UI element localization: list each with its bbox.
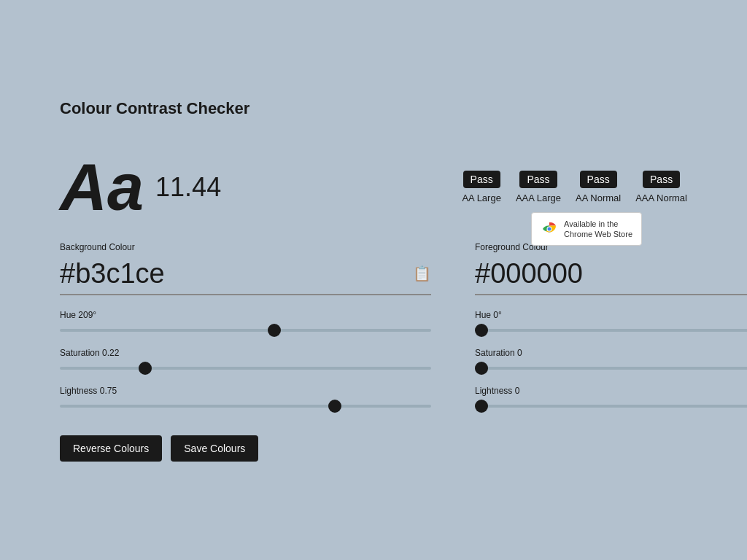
- sample-text: Aa: [60, 155, 144, 220]
- background-saturation-slider[interactable]: [60, 367, 431, 370]
- pass-item-aa-large: Pass AA Large: [462, 171, 501, 203]
- background-copy-icon[interactable]: 📋: [413, 265, 431, 282]
- reverse-colours-button[interactable]: Reverse Colours: [60, 435, 162, 462]
- pass-badges-container: Pass AA Large Pass AAA Large Pass AA Nor…: [462, 171, 687, 203]
- pass-label-aaa-large: AAA Large: [516, 192, 561, 203]
- foreground-lightness-group: Lightness 0: [475, 386, 747, 413]
- foreground-hue-group: Hue 0°: [475, 310, 747, 338]
- chrome-icon: [541, 220, 558, 238]
- foreground-colour-column: Foreground Colour 📋 Hue 0° Saturation 0: [475, 242, 747, 413]
- pass-item-aaa-large: Pass AAA Large: [516, 171, 561, 203]
- foreground-saturation-slider-wrapper: [475, 361, 747, 376]
- background-colour-column: Background Colour 📋 Hue 209° Saturation …: [60, 242, 431, 413]
- chrome-web-store-badge[interactable]: Available in the Chrome Web Store: [531, 212, 642, 246]
- pass-label-aa-normal: AA Normal: [576, 192, 621, 203]
- background-hex-input[interactable]: [60, 258, 406, 289]
- background-lightness-slider[interactable]: [60, 405, 431, 408]
- background-lightness-slider-wrapper: [60, 399, 431, 413]
- pass-label-aa-large: AA Large: [462, 192, 501, 203]
- contrast-ratio-value: 11.44: [155, 172, 221, 203]
- foreground-hue-slider[interactable]: [475, 329, 747, 332]
- pass-item-aaa-normal: Pass AAA Normal: [635, 171, 687, 203]
- background-hue-label: Hue 209°: [60, 310, 431, 320]
- foreground-hue-label: Hue 0°: [475, 310, 747, 320]
- foreground-lightness-slider[interactable]: [475, 405, 747, 408]
- foreground-hue-slider-wrapper: [475, 323, 747, 338]
- foreground-hex-row: 📋: [475, 258, 747, 295]
- foreground-saturation-slider[interactable]: [475, 367, 747, 370]
- pass-badge-aa-large: Pass: [463, 171, 500, 188]
- foreground-saturation-label: Saturation 0: [475, 348, 747, 358]
- pass-badge-aaa-normal: Pass: [643, 171, 680, 188]
- pass-item-aa-normal: Pass AA Normal: [576, 171, 621, 203]
- background-lightness-group: Lightness 0.75: [60, 386, 431, 413]
- pass-badge-aaa-large: Pass: [519, 171, 557, 188]
- page-title: Colour Contrast Checker: [60, 99, 249, 118]
- foreground-lightness-slider-wrapper: [475, 399, 747, 413]
- action-buttons-row: Reverse Colours Save Colours: [60, 435, 687, 462]
- background-lightness-label: Lightness 0.75: [60, 386, 431, 396]
- background-hex-row: 📋: [60, 258, 431, 295]
- colour-inputs: Background Colour 📋 Hue 209° Saturation …: [60, 242, 687, 413]
- background-hue-group: Hue 209°: [60, 310, 431, 338]
- background-sliders: Hue 209° Saturation 0.22 Lightness 0.75: [60, 310, 431, 413]
- foreground-saturation-group: Saturation 0: [475, 348, 747, 376]
- background-hue-slider-wrapper: [60, 323, 431, 338]
- save-colours-button[interactable]: Save Colours: [171, 435, 258, 462]
- background-colour-label: Background Colour: [60, 242, 431, 252]
- foreground-lightness-label: Lightness 0: [475, 386, 747, 396]
- foreground-hex-input[interactable]: [475, 258, 747, 289]
- svg-point-4: [548, 227, 551, 230]
- pass-label-aaa-normal: AAA Normal: [635, 192, 687, 203]
- pass-badge-aa-normal: Pass: [580, 171, 617, 188]
- contrast-ratio-section: Aa 11.44 Pass AA Large Pass AAA Large Pa…: [60, 155, 687, 220]
- background-hue-slider[interactable]: [60, 329, 431, 332]
- background-saturation-group: Saturation 0.22: [60, 348, 431, 376]
- background-saturation-slider-wrapper: [60, 361, 431, 376]
- foreground-sliders: Hue 0° Saturation 0 Lightness 0: [475, 310, 747, 413]
- background-saturation-label: Saturation 0.22: [60, 348, 431, 358]
- chrome-badge-text: Available in the Chrome Web Store: [564, 219, 632, 240]
